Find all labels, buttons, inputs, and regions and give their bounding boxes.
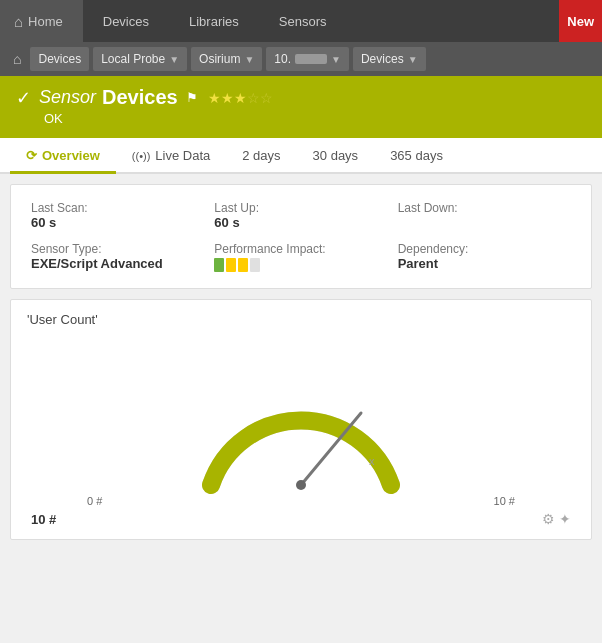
sensor-type-label: Sensor Type:: [31, 242, 204, 256]
perf-bar-1: [214, 258, 224, 272]
tab-overview[interactable]: ⟳ Overview: [10, 138, 116, 174]
nav-item-libraries[interactable]: Libraries: [169, 0, 259, 42]
tabs-bar: ⟳ Overview ((•)) Live Data 2 days 30 day…: [0, 138, 602, 174]
flag-icon[interactable]: ⚑: [186, 90, 198, 105]
svg-text:x: x: [369, 455, 375, 467]
status-label: OK: [44, 111, 586, 126]
nav-devices-label: Devices: [103, 14, 149, 29]
chart-panel: 'User Count' x 0 # 10 # 10 # ⚙ ✦: [10, 299, 592, 540]
dropdown-arrow-icon: ▼: [244, 54, 254, 65]
home-icon: ⌂: [14, 13, 23, 30]
perf-impact-cell: Performance Impact:: [214, 242, 387, 272]
last-scan-label: Last Scan:: [31, 201, 204, 215]
nav-libraries-label: Libraries: [189, 14, 239, 29]
chart-action-icons: ⚙ ✦: [542, 511, 571, 527]
chart-footer: 10 # ⚙ ✦: [27, 511, 575, 527]
dropdown-arrow-icon: ▼: [331, 54, 341, 65]
home-label: Home: [28, 14, 63, 29]
new-badge[interactable]: New: [559, 0, 602, 42]
breadcrumb-devices[interactable]: Devices: [30, 47, 89, 71]
last-scan-value: 60 s: [31, 215, 204, 230]
sensor-label: Sensor: [39, 87, 96, 108]
home-nav-item[interactable]: ⌂ Home: [0, 0, 83, 42]
top-navigation-bar: ⌂ Home Devices Libraries Sensors New: [0, 0, 602, 42]
breadcrumb-osirium[interactable]: Osirium ▼: [191, 47, 262, 71]
svg-point-1: [296, 480, 306, 490]
live-data-icon: ((•)): [132, 150, 151, 162]
perf-bar-3: [238, 258, 248, 272]
breadcrumb-10[interactable]: 10. ▼: [266, 47, 349, 71]
dropdown-arrow-icon: ▼: [408, 54, 418, 65]
nav-item-sensors[interactable]: Sensors: [259, 0, 347, 42]
gauge-container: x: [27, 335, 575, 505]
check-icon: ✓: [16, 87, 31, 109]
nav-item-devices[interactable]: Devices: [83, 0, 169, 42]
dependency-value: Parent: [398, 256, 571, 271]
sensor-header: ✓ Sensor Devices ⚑ ★★★☆☆ OK: [0, 76, 602, 138]
info-panel: Last Scan: 60 s Last Up: 60 s Last Down:…: [10, 184, 592, 289]
last-down-cell: Last Down:: [398, 201, 571, 230]
last-up-label: Last Up:: [214, 201, 387, 215]
tab-30days[interactable]: 30 days: [297, 138, 375, 174]
info-grid: Last Scan: 60 s Last Up: 60 s Last Down:…: [31, 201, 571, 272]
sensor-type-cell: Sensor Type: EXE/Script Advanced: [31, 242, 204, 272]
main-nav: ⌂ Home Devices Libraries Sensors: [0, 0, 602, 42]
dependency-cell: Dependency: Parent: [398, 242, 571, 272]
gear-icon[interactable]: ⚙: [542, 511, 555, 527]
gauge-svg: x: [191, 345, 411, 505]
tab-2days[interactable]: 2 days: [226, 138, 296, 174]
star-rating: ★★★☆☆: [208, 90, 273, 106]
breadcrumb-local-probe[interactable]: Local Probe ▼: [93, 47, 187, 71]
last-up-value: 60 s: [214, 215, 387, 230]
sensor-title-row: ✓ Sensor Devices ⚑ ★★★☆☆: [16, 86, 586, 109]
sensor-type-value: EXE/Script Advanced: [31, 256, 204, 271]
breadcrumb-home-icon[interactable]: ⌂: [8, 49, 26, 69]
last-scan-cell: Last Scan: 60 s: [31, 201, 204, 230]
tab-365days[interactable]: 365 days: [374, 138, 459, 174]
tab-live-data[interactable]: ((•)) Live Data: [116, 138, 226, 174]
last-up-cell: Last Up: 60 s: [214, 201, 387, 230]
perf-impact-label: Performance Impact:: [214, 242, 387, 256]
chart-current-value: 10 #: [31, 512, 56, 527]
dropdown-arrow-icon: ▼: [169, 54, 179, 65]
perf-bars: [214, 258, 387, 272]
dependency-label: Dependency:: [398, 242, 571, 256]
breadcrumb-devices2[interactable]: Devices ▼: [353, 47, 426, 71]
last-down-label: Last Down:: [398, 201, 571, 215]
devices-label: Devices: [102, 86, 178, 109]
overview-icon: ⟳: [26, 148, 37, 163]
settings-icon[interactable]: ✦: [559, 511, 571, 527]
perf-bar-4: [250, 258, 260, 272]
nav-sensors-label: Sensors: [279, 14, 327, 29]
chart-title: 'User Count': [27, 312, 575, 327]
breadcrumb-bar: ⌂ Devices Local Probe ▼ Osirium ▼ 10. ▼ …: [0, 42, 602, 76]
perf-bar-2: [226, 258, 236, 272]
